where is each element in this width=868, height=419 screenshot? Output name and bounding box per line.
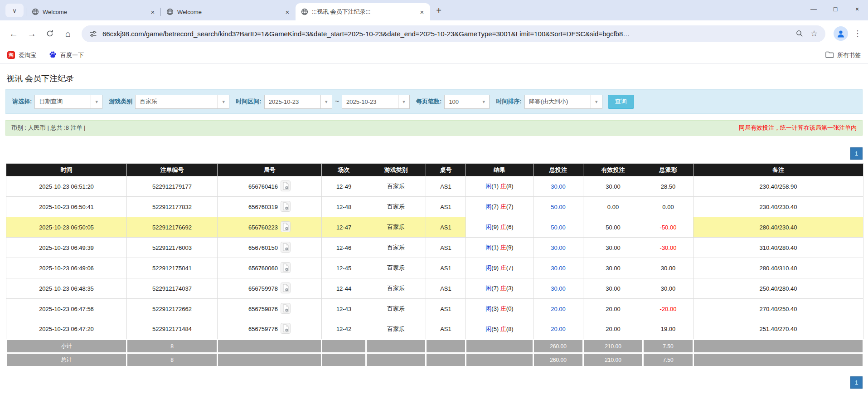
back-button[interactable]: ←	[5, 25, 22, 42]
round-id-text: 656760150	[248, 244, 278, 251]
footer-empty	[322, 340, 366, 353]
cell-game-type: 百家乐	[366, 238, 426, 258]
cell-total-bet[interactable]: 30.00	[533, 238, 583, 258]
pagination-top: 1	[5, 147, 863, 160]
close-tab-icon[interactable]: ×	[417, 7, 427, 16]
page-1-button[interactable]: 1	[850, 376, 863, 389]
cell-table-no: AS1	[426, 238, 466, 258]
tab-search-button[interactable]: ∨	[5, 4, 24, 17]
video-record-icon[interactable]	[281, 201, 291, 213]
page-content: 视讯 会员下注纪录 请选择: 日期查询 ▾ 游戏类别 百家乐 ▾ 时间区间: 2…	[0, 73, 868, 389]
chevron-down-icon: ▾	[218, 95, 229, 108]
tab-welcome-1[interactable]: Welcome ×	[26, 3, 161, 20]
table-row: 2025-10-23 06:47:20522912171484656759776…	[6, 319, 863, 340]
cell-note: 310.40/280.40	[693, 238, 863, 258]
bookmark-baidu[interactable]: 百度一下	[49, 51, 84, 60]
cell-total-bet[interactable]: 30.00	[533, 278, 583, 299]
minimize-button[interactable]: —	[803, 0, 824, 18]
column-header: 局号	[218, 164, 322, 176]
cell-total-bet[interactable]: 20.00	[533, 299, 583, 319]
cell-game-type: 百家乐	[366, 299, 426, 319]
bookmark-label: 爱淘宝	[19, 51, 36, 59]
footer-count: 8	[127, 353, 218, 367]
video-record-icon[interactable]	[281, 262, 291, 274]
cell-total-bet[interactable]: 50.00	[533, 217, 583, 238]
banker-score: (6)	[506, 224, 514, 230]
bookmark-aitaobao[interactable]: 淘 爱淘宝	[7, 51, 36, 59]
cell-bet-id: 522912176003	[127, 238, 218, 258]
cell-time: 2025-10-23 06:47:20	[6, 319, 127, 340]
banker-score: (8)	[506, 183, 514, 190]
column-header: 结果	[466, 164, 533, 176]
game-type-select[interactable]: 百家乐 ▾	[135, 95, 229, 109]
page-1-button[interactable]: 1	[850, 147, 863, 160]
cell-total-bet[interactable]: 50.00	[533, 197, 583, 217]
video-record-icon[interactable]	[281, 303, 291, 315]
banker-result: 庄	[500, 224, 506, 230]
filter-bar: 请选择: 日期查询 ▾ 游戏类别 百家乐 ▾ 时间区间: 2025-10-23 …	[5, 89, 863, 114]
cell-bet-id: 522912177832	[127, 197, 218, 217]
player-result: 闲	[485, 203, 491, 210]
cell-total-bet[interactable]: 30.00	[533, 176, 583, 197]
cell-time: 2025-10-23 06:50:05	[6, 217, 127, 238]
cell-round-id: 656760416	[218, 176, 322, 197]
close-tab-icon[interactable]: ×	[283, 7, 292, 16]
cell-game-type: 百家乐	[366, 319, 426, 340]
home-button[interactable]: ⌂	[60, 25, 76, 42]
new-tab-button[interactable]: +	[432, 4, 446, 17]
table-header-row: 时间注单编号局号场次游戏类别桌号结果总投注有效投注总派彩备注	[6, 164, 863, 176]
video-record-icon[interactable]	[281, 242, 291, 254]
cell-payout: 30.00	[643, 278, 693, 299]
tab-bet-records-active[interactable]: :::视讯 会员下注纪录::: ×	[296, 3, 430, 20]
chevron-down-icon: ▾	[91, 95, 102, 108]
all-bookmarks-button[interactable]: 所有书签	[825, 51, 861, 59]
cell-payout: 0.00	[643, 197, 693, 217]
browser-menu-icon[interactable]: ⋮	[853, 29, 863, 39]
round-id-text: 656759978	[248, 285, 278, 292]
currency-summary-text: 币别 : 人民币 | 总共 :8 注单 |	[11, 124, 86, 132]
cell-table-no: AS1	[426, 299, 466, 319]
table-row: 2025-10-23 06:48:35522912174037656759978…	[6, 278, 863, 299]
cell-bet-id: 522912179177	[127, 176, 218, 197]
date-end-select[interactable]: 2025-10-23 ▾	[342, 95, 410, 109]
window-controls: — □ ×	[803, 0, 868, 18]
maximize-button[interactable]: □	[824, 0, 846, 18]
video-record-icon[interactable]	[281, 180, 291, 193]
cell-result: 闲(5) 庄(8)	[466, 319, 533, 340]
per-page-select[interactable]: 100 ▾	[444, 95, 490, 109]
footer-empty	[466, 353, 533, 367]
footer-empty	[426, 353, 466, 367]
globe-favicon	[301, 8, 308, 15]
column-header: 桌号	[426, 164, 466, 176]
refresh-button[interactable]	[42, 25, 58, 42]
tab-welcome-2[interactable]: Welcome ×	[161, 3, 296, 20]
zoom-icon[interactable]	[795, 29, 805, 38]
video-record-icon[interactable]	[281, 323, 291, 335]
cell-total-bet[interactable]: 20.00	[533, 319, 583, 340]
banker-result: 庄	[500, 244, 506, 251]
cell-time: 2025-10-23 06:48:35	[6, 278, 127, 299]
close-tab-icon[interactable]: ×	[148, 7, 157, 16]
cell-total-bet[interactable]: 30.00	[533, 258, 583, 278]
address-bar[interactable]: 66cxkj98.com/game/betrecord_search/kind3…	[82, 25, 825, 42]
close-window-button[interactable]: ×	[846, 0, 868, 18]
search-button[interactable]: 查询	[608, 95, 634, 109]
sort-select[interactable]: 降幂(由大到小) ▾	[524, 95, 602, 109]
cell-game-type: 百家乐	[366, 197, 426, 217]
footer-label: 总计	[6, 353, 127, 367]
bookmark-star-icon[interactable]: ☆	[809, 29, 819, 39]
valid-bet-notice-text: 同局有效投注，统一计算在该局第一张注单内	[739, 124, 857, 132]
video-record-icon[interactable]	[281, 221, 291, 234]
date-start-select[interactable]: 2025-10-23 ▾	[264, 95, 332, 109]
profile-avatar[interactable]	[834, 26, 848, 41]
video-record-icon[interactable]	[281, 283, 291, 295]
player-score: (7)	[491, 203, 500, 210]
tab-title: Welcome	[43, 9, 145, 15]
player-result: 闲	[485, 183, 491, 190]
site-settings-icon[interactable]	[88, 30, 98, 38]
cell-game-type: 百家乐	[366, 278, 426, 299]
forward-button[interactable]: →	[24, 25, 40, 42]
cell-valid-bet: 20.00	[583, 319, 643, 340]
query-type-select[interactable]: 日期查询 ▾	[34, 95, 102, 109]
footer-empty	[322, 353, 366, 367]
